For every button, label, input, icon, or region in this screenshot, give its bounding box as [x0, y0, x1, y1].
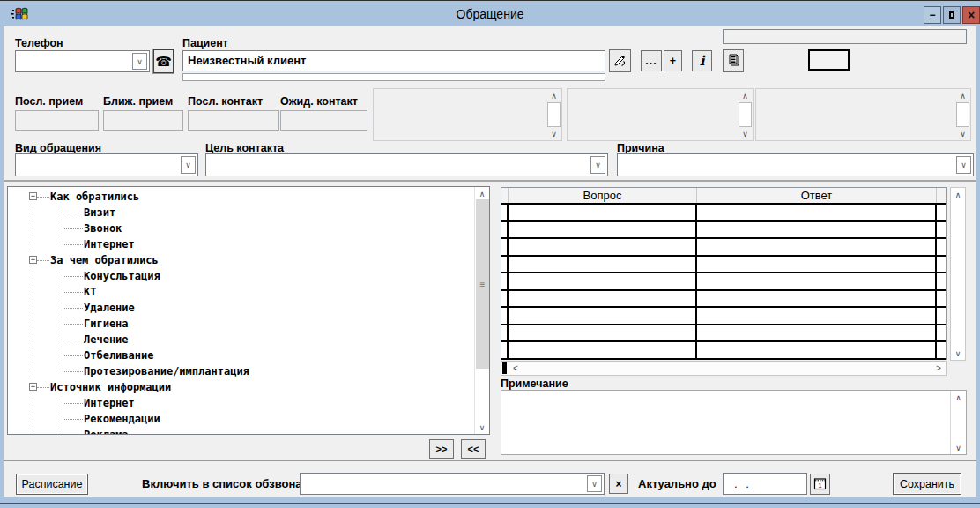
phone-combobox[interactable]: ∨: [15, 50, 150, 72]
patient-label: Пациент: [182, 37, 228, 49]
frame-right: [976, 26, 980, 508]
tree-item[interactable]: Гигиена: [8, 316, 473, 332]
scroll-up-icon[interactable]: ∧: [955, 89, 970, 102]
card-file-icon: [726, 53, 740, 70]
expected-contact-value: [280, 110, 368, 131]
table-row[interactable]: [501, 239, 946, 257]
table-row[interactable]: [501, 308, 946, 325]
scroll-up-icon[interactable]: ∧: [951, 188, 965, 201]
collapse-icon[interactable]: −: [29, 383, 37, 391]
info-listbox-3-scrollbar[interactable]: ∧ ∨: [955, 89, 970, 140]
tree-item[interactable]: Лечение: [8, 332, 473, 347]
call-list-combobox[interactable]: ∨: [300, 473, 605, 495]
scroll-up-icon[interactable]: ∧: [475, 187, 489, 200]
tree-item[interactable]: Протезирование/имплантация: [8, 363, 473, 379]
tree-item[interactable]: КТ: [8, 284, 473, 300]
table-row[interactable]: [501, 257, 946, 274]
scroll-right-icon[interactable]: >: [932, 362, 945, 375]
info-listbox-2-scrollbar[interactable]: ∧ ∨: [738, 89, 753, 140]
question-column-header[interactable]: Вопрос: [509, 188, 697, 203]
call-list-dropdown-icon[interactable]: ∨: [587, 475, 602, 492]
move-left-button[interactable]: <<: [461, 439, 486, 459]
appeal-type-dropdown-icon[interactable]: ∨: [181, 156, 196, 174]
collapse-icon[interactable]: −: [29, 256, 37, 264]
tree-item[interactable]: Рекомендации: [8, 411, 473, 427]
tree-item[interactable]: −За чем обратились: [8, 252, 473, 268]
appeal-type-label: Вид обращения: [15, 142, 101, 154]
patient-field[interactable]: Неизвестный клиент: [182, 50, 605, 71]
section-separator: [4, 180, 976, 182]
scroll-thumb[interactable]: [547, 102, 561, 127]
answer-column-header[interactable]: Ответ: [697, 188, 937, 203]
last-contact-value: [188, 110, 279, 131]
scroll-down-icon[interactable]: ∨: [951, 441, 966, 454]
tree-item[interactable]: Отбеливание: [8, 347, 473, 363]
table-row[interactable]: [501, 222, 946, 240]
scroll-left-icon[interactable]: <: [509, 362, 522, 375]
clear-call-list-button[interactable]: ×: [609, 474, 628, 494]
table-row[interactable]: [501, 291, 946, 309]
scroll-down-icon[interactable]: ∨: [951, 347, 965, 360]
appeal-type-combobox[interactable]: ∨: [15, 153, 198, 176]
tree-item[interactable]: Интернет: [8, 236, 473, 252]
title-bar[interactable]: Обращение − ×: [0, 0, 980, 26]
tree-item[interactable]: Звонок: [8, 220, 473, 236]
table-row[interactable]: [501, 342, 946, 360]
table-row[interactable]: [501, 273, 946, 291]
scroll-down-icon[interactable]: ∨: [475, 421, 489, 434]
status-readout-field: [723, 29, 967, 44]
phone-dropdown-icon[interactable]: ∨: [132, 53, 147, 70]
record-position-marker: [502, 362, 507, 374]
dial-phone-button[interactable]: ☎: [153, 49, 174, 73]
maximize-button[interactable]: [943, 6, 961, 24]
actual-until-label: Актуально до: [638, 477, 716, 490]
table-horizontal-scrollbar[interactable]: < >: [501, 361, 947, 376]
last-contact-label: Посл. контакт: [188, 95, 263, 108]
tree-item[interactable]: Удаление: [8, 300, 473, 316]
select-patient-button[interactable]: ...: [641, 50, 662, 71]
tree-item[interactable]: Конусльтация: [8, 268, 473, 284]
tree-scrollbar[interactable]: ∧ ≡ ∨: [474, 187, 489, 434]
call-list-label: Включить в список обзвона: [142, 477, 302, 490]
reason-combobox[interactable]: ∨: [617, 153, 974, 176]
note-textarea[interactable]: ∧ ∨: [501, 390, 967, 455]
actual-until-date-field[interactable]: . .: [723, 473, 807, 495]
table-row[interactable]: [501, 325, 946, 343]
tree-item[interactable]: −Как обратились: [8, 189, 473, 205]
calendar-button[interactable]: 1: [810, 474, 830, 495]
scroll-up-icon[interactable]: ∧: [546, 89, 561, 102]
card-index-button[interactable]: [723, 49, 744, 72]
info-listbox-1-scrollbar[interactable]: ∧ ∨: [546, 89, 561, 140]
schedule-button[interactable]: Расписание: [16, 474, 88, 495]
minimize-button[interactable]: −: [924, 6, 941, 24]
patient-progress-strip: [182, 73, 605, 81]
scroll-thumb[interactable]: ≡: [476, 199, 489, 369]
note-scrollbar[interactable]: ∧ ∨: [950, 391, 966, 454]
contact-goal-combobox[interactable]: ∨: [205, 153, 608, 176]
scroll-thumb[interactable]: [956, 102, 969, 127]
patient-info-button[interactable]: i: [692, 50, 712, 71]
edit-patient-button[interactable]: [609, 49, 631, 72]
reason-dropdown-icon[interactable]: ∨: [956, 156, 971, 174]
scroll-up-icon[interactable]: ∧: [738, 89, 753, 102]
add-patient-button[interactable]: +: [664, 50, 682, 71]
dialog-window: Обращение − × Телефон ∨ ☎ Пациент Неизве…: [0, 0, 980, 508]
collapse-icon[interactable]: −: [29, 192, 37, 200]
scroll-up-icon[interactable]: ∧: [951, 391, 966, 404]
close-button[interactable]: ×: [962, 6, 980, 24]
next-visit-value: [103, 110, 183, 131]
contact-goal-dropdown-icon[interactable]: ∨: [590, 156, 605, 174]
scroll-thumb[interactable]: [739, 102, 752, 127]
scroll-down-icon[interactable]: ∨: [738, 127, 753, 140]
tree-item[interactable]: Интернет: [8, 395, 473, 411]
tree-item[interactable]: −Источник информации: [8, 379, 473, 395]
tree-item[interactable]: Реклама: [8, 427, 473, 435]
table-row[interactable]: [501, 205, 946, 222]
save-button[interactable]: Сохранить: [893, 473, 961, 495]
frame-left: [0, 26, 4, 508]
tree-item[interactable]: Визит: [8, 205, 473, 220]
scroll-down-icon[interactable]: ∨: [546, 127, 561, 140]
move-right-button[interactable]: >>: [429, 439, 454, 459]
scroll-down-icon[interactable]: ∨: [955, 127, 970, 140]
table-vertical-scrollbar[interactable]: ∧ ∨: [950, 187, 966, 361]
